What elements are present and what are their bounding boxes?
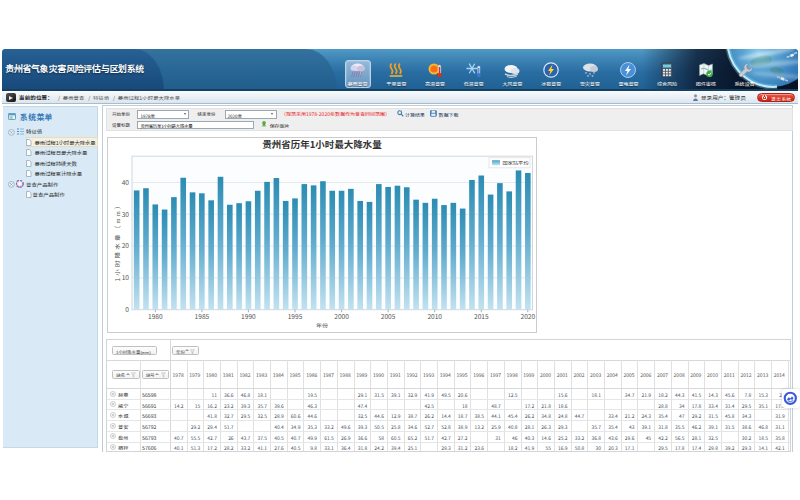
svg-text:2020: 2020 [520, 311, 535, 321]
svg-text:1995: 1995 [287, 311, 302, 321]
svg-text:40: 40 [121, 176, 129, 186]
svg-text:年份: 年份 [315, 321, 327, 330]
svg-text:10: 10 [121, 272, 129, 282]
svg-text:1985: 1985 [194, 311, 209, 321]
svg-text:国家站平均: 国家站平均 [502, 159, 528, 166]
svg-text:*: * [591, 74, 593, 79]
svg-text:2000: 2000 [334, 311, 349, 321]
svg-text:1990: 1990 [241, 311, 256, 321]
svg-text:1小时降水量（mm）: 1小时降水量（mm） [112, 200, 122, 281]
svg-text:20: 20 [121, 240, 129, 250]
svg-text:*: * [587, 74, 589, 79]
svg-text:2015: 2015 [473, 311, 488, 321]
svg-text:30: 30 [121, 208, 129, 218]
svg-text:1980: 1980 [147, 311, 162, 321]
svg-text:贵州省历年1小时最大降水量: 贵州省历年1小时最大降水量 [262, 137, 382, 151]
svg-text:0: 0 [125, 304, 129, 314]
svg-text:2010: 2010 [427, 311, 442, 321]
svg-text:*: * [593, 71, 595, 77]
svg-text:2005: 2005 [380, 311, 395, 321]
